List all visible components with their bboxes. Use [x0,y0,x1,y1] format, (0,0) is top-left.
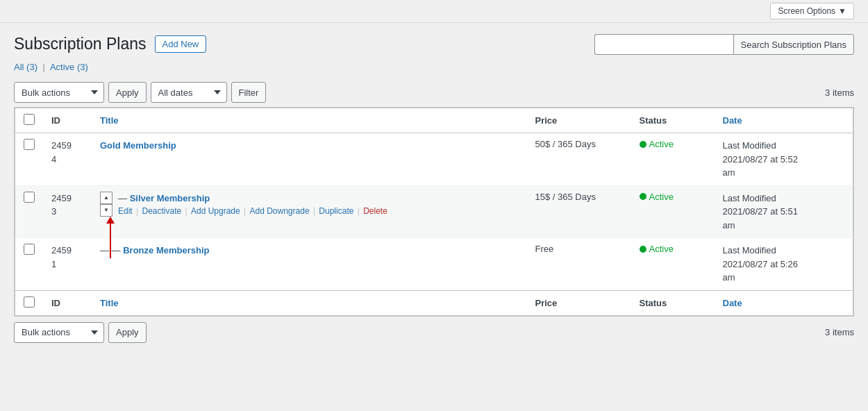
row-2-add-upgrade-link[interactable]: Add Upgrade [191,206,240,216]
arrow-down-button[interactable]: ▼ [100,204,112,217]
filter-all-link[interactable]: All (3) [14,62,37,72]
row-3-id-line1: 2459 [51,244,83,258]
row-2-checkbox[interactable] [24,192,35,203]
col-header-date[interactable]: Date [715,108,853,133]
sep3: | [242,206,249,216]
row-2-add-downgrade-link[interactable]: Add Downgrade [250,206,310,216]
red-arrowhead [106,217,115,224]
row-2-duplicate-link[interactable]: Duplicate [319,206,353,216]
table-foot: ID Title Price Status Date [15,290,853,315]
row-2-deactivate-link[interactable]: Deactivate [142,206,181,216]
row-1-price: 50$ / 365 Days [535,139,596,149]
row-3-title-link[interactable]: Bronze Membership [123,245,209,255]
table-row: 2459 3 ▲ ▼ [15,185,853,238]
subscription-plans-table: ID Title Price Status Date [15,108,853,316]
row-1-id-cell: 2459 4 [43,133,92,186]
sep5: | [355,206,362,216]
select-all-checkbox-bottom[interactable] [24,296,35,308]
row-2-date-cell: Last Modified 2021/08/27 at 5:51 am [715,185,853,238]
row-3-status-label: Active [649,244,674,254]
table-head-row: ID Title Price Status Date [15,108,853,133]
filter-all-count: (3) [26,62,37,72]
bulk-actions-select-bottom[interactable]: Bulk actions [14,322,104,343]
bottom-toolbar: Bulk actions Apply 3 items [14,317,854,343]
items-count-top: 3 items [825,87,854,98]
filter-button[interactable]: Filter [231,82,267,103]
row-2-date-line1: Last Modified [723,192,845,206]
row-1-id-line1: 2459 [51,139,83,153]
col-title-footer-link[interactable]: Title [100,298,119,308]
row-1-date-cell: Last Modified 2021/08/27 at 5:52 am [715,133,853,186]
row-3-title-main: Bronze Membership [123,245,209,255]
row-2-date-line3: am [723,219,845,233]
row-2-status-label: Active [649,192,674,202]
row-3-date-line3: am [723,271,845,285]
col-header-title[interactable]: Title [92,108,527,133]
row-2-id-line2: 3 [51,205,83,219]
col-price-footer-label: Price [535,298,558,308]
col-status-footer-label: Status [640,298,667,308]
table-row: 2459 1 — — Bronze Membership Free [15,238,853,291]
col-price-label: Price [535,115,558,126]
sep2: | [183,206,190,216]
apply-button-top[interactable]: Apply [108,82,147,103]
col-footer-id: ID [43,290,92,315]
table-section: ID Title Price Status Date [14,107,854,317]
col-date-footer-link[interactable]: Date [723,298,742,308]
table-head: ID Title Price Status Date [15,108,853,133]
col-footer-date[interactable]: Date [715,290,853,315]
col-status-label: Status [640,115,667,126]
row-1-status-dot [640,141,646,148]
col-title-footer-label: Title [100,298,119,308]
apply-button-bottom[interactable]: Apply [108,322,147,343]
row-2-title-line: — Silver Membership [118,192,387,206]
row-2-title-main: Silver Membership [130,193,210,203]
row-3-price: Free [535,244,554,254]
row-1-id-line2: 4 [51,153,83,167]
row-3-checkbox[interactable] [24,244,35,255]
row-3-date-cell: Last Modified 2021/08/27 at 5:26 am [715,238,853,291]
row-2-title-text: — Silver Membership Edit | Deactivate | … [118,192,387,217]
row-2-date: Last Modified 2021/08/27 at 5:51 am [723,192,845,233]
filter-active-link[interactable]: Active (3) [50,62,88,72]
row-2-edit-link[interactable]: Edit [118,206,133,216]
bulk-actions-select-top[interactable]: Bulk actions [14,82,104,103]
row-3-status-cell: Active [631,238,715,291]
order-arrows: ▲ ▼ [100,192,112,217]
select-all-checkbox-top[interactable] [24,114,35,125]
row-2-dash: — [118,193,130,203]
page-header: Subscription Plans Add New Search Subscr… [14,34,854,55]
red-arrow-indicator [106,217,115,258]
red-arrow-container: ▲ ▼ [100,192,115,217]
col-date-link[interactable]: Date [723,115,742,126]
arrow-up-button[interactable]: ▲ [100,192,112,204]
filter-links: All (3) | Active (3) [14,62,88,72]
row-1-date: Last Modified 2021/08/27 at 5:52 am [723,139,845,180]
row-2-actions: Edit | Deactivate | Add Upgrade | Add Do… [118,206,387,216]
subheader: All (3) | Active (3) [14,62,854,72]
row-1-checkbox[interactable] [24,139,35,150]
col-footer-checkbox [15,290,44,315]
row-3-date: Last Modified 2021/08/27 at 5:26 am [723,244,845,285]
row-1-status-cell: Active [631,133,715,186]
col-date-label: Date [723,115,742,126]
row-2-title-link[interactable]: Silver Membership [130,193,210,203]
row-1-title-link[interactable]: Gold Membership [100,140,176,151]
page-title: Subscription Plans [14,34,147,55]
date-filter-select[interactable]: All dates [151,82,227,103]
screen-options-button[interactable]: Screen Options ▼ [770,3,854,19]
row-2-status-cell: Active [631,185,715,238]
col-footer-title[interactable]: Title [92,290,527,315]
search-input[interactable] [594,34,733,55]
row-2-checkbox-cell [15,185,44,238]
col-title-link[interactable]: Title [100,115,119,126]
filter-sep: | [43,62,45,72]
row-3-checkbox-cell [15,238,44,291]
row-3-date-line1: Last Modified [723,244,845,258]
search-button[interactable]: Search Subscription Plans [733,34,854,55]
top-bar: Screen Options ▼ [0,0,868,23]
add-new-button[interactable]: Add New [155,35,207,53]
row-2-id: 2459 3 [51,192,83,219]
col-id-label: ID [51,115,60,126]
row-2-delete-link[interactable]: Delete [363,206,387,216]
